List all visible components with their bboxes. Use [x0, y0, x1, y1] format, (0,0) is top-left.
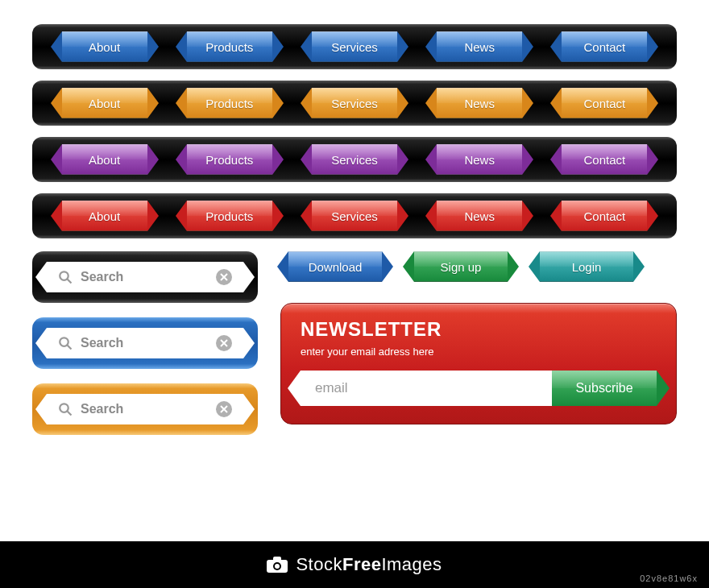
clear-icon[interactable]	[216, 269, 232, 285]
search-placeholder: Search	[81, 270, 208, 284]
nav-news[interactable]: News	[437, 88, 522, 118]
button-label: Login	[572, 260, 602, 274]
svg-rect-13	[273, 557, 281, 561]
download-button[interactable]: Download	[288, 251, 382, 282]
nav-label: Contact	[583, 153, 625, 167]
nav-label: Contact	[583, 97, 625, 110]
email-field[interactable]: email	[301, 371, 552, 406]
nav-label: Products	[205, 153, 253, 167]
svg-point-8	[60, 404, 68, 412]
nav-products[interactable]: Products	[187, 144, 272, 175]
svg-point-0	[60, 271, 68, 280]
nav-label: Products	[205, 40, 253, 54]
signup-button[interactable]: Sign up	[414, 251, 508, 282]
search-input[interactable]: Search	[47, 328, 243, 358]
camera-icon	[267, 557, 288, 573]
nav-products[interactable]: Products	[187, 31, 272, 62]
nav-label: News	[464, 40, 495, 54]
search-input[interactable]: Search	[47, 262, 243, 292]
watermark-footer: StockFreeImages 02v8e81w6x	[0, 541, 709, 588]
search-placeholder: Search	[81, 402, 208, 416]
button-label: Sign up	[441, 260, 482, 274]
clear-icon[interactable]	[216, 335, 232, 351]
brand-logo: StockFreeImages	[296, 554, 442, 575]
svg-line-1	[67, 279, 71, 283]
button-label: Download	[309, 260, 363, 274]
newsletter-subtitle: enter your email adress here	[301, 346, 657, 358]
search-box-black: Search	[32, 251, 258, 303]
nav-label: Contact	[583, 40, 625, 54]
nav-label: Contact	[583, 209, 625, 223]
nav-label: About	[89, 97, 120, 110]
navbar-orange: About Products Services News Contact	[32, 81, 677, 126]
nav-label: News	[464, 209, 495, 223]
nav-label: About	[89, 40, 120, 54]
nav-label: About	[89, 153, 120, 167]
nav-services[interactable]: Services	[312, 201, 397, 231]
nav-about[interactable]: About	[62, 201, 147, 231]
search-icon	[58, 270, 73, 284]
nav-contact[interactable]: Contact	[562, 88, 647, 118]
subscribe-button[interactable]: Subscribe	[552, 371, 657, 406]
nav-label: Products	[205, 209, 253, 223]
nav-label: Services	[331, 40, 378, 54]
nav-news[interactable]: News	[437, 31, 522, 62]
svg-point-15	[275, 564, 280, 569]
search-box-blue: Search	[32, 317, 258, 369]
nav-label: News	[464, 153, 495, 167]
nav-contact[interactable]: Contact	[562, 31, 647, 62]
newsletter-title: NEWSLETTER	[301, 318, 657, 341]
image-id: 02v8e81w6x	[640, 574, 698, 583]
nav-products[interactable]: Products	[187, 201, 272, 231]
nav-about[interactable]: About	[62, 31, 147, 62]
nav-contact[interactable]: Contact	[562, 144, 647, 175]
nav-contact[interactable]: Contact	[562, 201, 647, 231]
nav-products[interactable]: Products	[187, 88, 272, 118]
search-input[interactable]: Search	[47, 394, 243, 424]
nav-services[interactable]: Services	[312, 88, 397, 118]
navbar-blue: About Products Services News Contact	[32, 24, 677, 69]
nav-label: Services	[331, 97, 378, 110]
nav-about[interactable]: About	[62, 88, 147, 118]
search-icon	[58, 402, 73, 416]
navbar-red: About Products Services News Contact	[32, 193, 677, 238]
nav-label: About	[89, 209, 120, 223]
nav-news[interactable]: News	[437, 201, 522, 231]
svg-line-5	[67, 345, 71, 349]
nav-label: Products	[205, 97, 253, 110]
nav-services[interactable]: Services	[312, 144, 397, 175]
nav-services[interactable]: Services	[312, 31, 397, 62]
search-box-orange: Search	[32, 383, 258, 435]
navbar-purple: About Products Services News Contact	[32, 137, 677, 182]
email-placeholder: email	[315, 380, 348, 396]
nav-label: Services	[331, 209, 378, 223]
nav-about[interactable]: About	[62, 144, 147, 175]
nav-news[interactable]: News	[437, 144, 522, 175]
search-icon	[58, 336, 73, 350]
login-button[interactable]: Login	[540, 251, 633, 282]
newsletter-panel: NEWSLETTER enter your email adress here …	[280, 303, 677, 424]
search-placeholder: Search	[81, 336, 208, 350]
svg-line-9	[67, 411, 71, 415]
clear-icon[interactable]	[216, 401, 232, 417]
svg-point-4	[60, 337, 68, 346]
nav-label: News	[464, 97, 495, 110]
nav-label: Services	[331, 153, 378, 167]
